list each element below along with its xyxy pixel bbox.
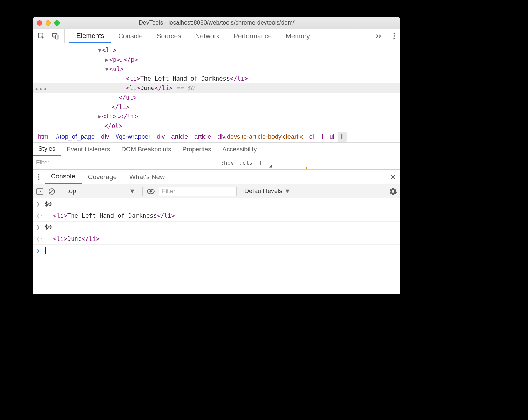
svg-point-4 — [394, 35, 395, 37]
box-model-preview — [306, 167, 396, 169]
console-sidebar-toggle-icon[interactable] — [36, 188, 44, 195]
breadcrumb-item[interactable]: #gc-wrapper — [112, 133, 154, 141]
styles-filter-input[interactable] — [33, 156, 217, 169]
breadcrumb-item[interactable]: ol — [306, 133, 317, 141]
svg-point-7 — [38, 176, 39, 178]
breadcrumb-item[interactable]: div.devsite-article-body.clearfix — [214, 133, 306, 141]
svg-rect-2 — [56, 35, 58, 39]
tree-row[interactable]: ▶<li>…</li> — [33, 112, 400, 121]
dropdown-icon: ▼ — [129, 188, 135, 195]
styles-subtabs: StylesEvent ListenersDOM BreakpointsProp… — [33, 142, 400, 156]
minimize-window-button[interactable] — [46, 20, 51, 26]
toolbar-left — [33, 29, 65, 43]
new-style-rule-button[interactable]: + — [257, 158, 264, 167]
tabs-overflow-button[interactable] — [374, 29, 388, 43]
svg-point-5 — [394, 38, 395, 39]
drawer: ConsoleCoverageWhat's New top ▼ — [33, 169, 400, 294]
tree-row[interactable]: <li>The Left Hand of Darkness</li> — [33, 74, 400, 83]
console-row: ❮⋅<li>Dune</li> — [33, 233, 400, 245]
console-toolbar: top ▼ Default levels ▼ — [33, 184, 400, 198]
drawer-tab-coverage[interactable]: Coverage — [82, 170, 123, 184]
drawer-tab-console[interactable]: Console — [45, 170, 82, 184]
main-menu-button[interactable] — [388, 29, 400, 43]
drawer-tabs-bar: ConsoleCoverageWhat's New — [33, 170, 400, 184]
tree-row[interactable]: </li> — [33, 102, 400, 112]
breadcrumb-item[interactable]: article — [168, 133, 191, 141]
breadcrumb-item[interactable]: html — [35, 133, 53, 141]
log-levels-selector[interactable]: Default levels ▼ — [241, 188, 291, 195]
svg-point-8 — [38, 178, 39, 180]
subtab-event-listeners[interactable]: Event Listeners — [61, 143, 116, 156]
tree-row[interactable]: ▼<ul> — [33, 65, 400, 74]
cls-toggle[interactable]: .cls — [239, 160, 253, 166]
devtools-window: DevTools - localhost:8080/web/tools/chro… — [33, 17, 400, 294]
main-tabs: ElementsConsoleSourcesNetworkPerformance… — [65, 29, 374, 43]
svg-point-3 — [394, 33, 395, 35]
tab-sources[interactable]: Sources — [150, 29, 188, 43]
console-settings-icon[interactable] — [389, 188, 397, 195]
tree-row[interactable]: </ul> — [33, 93, 400, 102]
window-title: DevTools - localhost:8080/web/tools/chro… — [33, 19, 400, 26]
tab-memory[interactable]: Memory — [279, 29, 317, 43]
zoom-window-button[interactable] — [54, 20, 60, 26]
dropdown-icon: ▼ — [284, 188, 291, 195]
traffic-lights — [33, 20, 60, 26]
breadcrumb-current[interactable]: li — [338, 132, 347, 142]
elements-tree[interactable]: ▼<li> ▶<p>…</p> ▼<ul> <li>The Left Hand … — [33, 43, 400, 131]
close-window-button[interactable] — [37, 20, 42, 26]
subtab-styles[interactable]: Styles — [33, 143, 61, 156]
console-row: ❯$0 — [33, 198, 400, 210]
row-actions-icon[interactable]: ••• — [35, 85, 48, 94]
log-levels-label: Default levels — [244, 188, 282, 195]
tree-row[interactable]: <li>Dune</li> == $0••• — [33, 83, 400, 93]
breadcrumb-item[interactable]: li — [317, 133, 326, 141]
breadcrumb-item[interactable]: ul — [326, 133, 338, 141]
drawer-menu-button[interactable] — [33, 170, 45, 184]
console-row: ❮⋅<li>The Left Hand of Darkness</li> — [33, 210, 400, 222]
device-toolbar-icon[interactable] — [52, 32, 59, 40]
styles-filter-bar: :hov .cls + ◢ — [33, 156, 400, 169]
tree-row[interactable]: ▶<p>…</p> — [33, 55, 400, 65]
tab-performance[interactable]: Performance — [226, 29, 279, 43]
clear-console-icon[interactable] — [48, 188, 56, 195]
tree-row[interactable]: ▼<li> — [33, 46, 400, 55]
console-filter-input[interactable] — [159, 187, 237, 196]
breadcrumb-item[interactable]: article — [191, 133, 214, 141]
tree-row[interactable]: </ol> — [33, 121, 400, 131]
subtab-dom-breakpoints[interactable]: DOM Breakpoints — [116, 143, 177, 156]
console-row: ❯$0 — [33, 222, 400, 233]
hov-toggle[interactable]: :hov — [221, 160, 234, 166]
styles-corner-icon: ◢ — [269, 163, 273, 169]
tab-console[interactable]: Console — [111, 29, 150, 43]
dom-breadcrumbs: html#top_of_pagediv#gc-wrapperdivarticle… — [33, 131, 400, 142]
main-toolbar: ElementsConsoleSourcesNetworkPerformance… — [33, 29, 400, 43]
tab-network[interactable]: Network — [188, 29, 227, 43]
execution-context-selector[interactable]: top ▼ — [65, 187, 138, 196]
console-prompt[interactable]: ❯ — [33, 245, 400, 256]
breadcrumb-item[interactable]: div — [154, 133, 168, 141]
execution-context-label: top — [67, 188, 76, 195]
drawer-close-button[interactable] — [386, 170, 400, 184]
subtab-accessibility[interactable]: Accessibility — [217, 143, 262, 156]
drawer-tab-what-s-new[interactable]: What's New — [123, 170, 171, 184]
live-expression-icon[interactable] — [147, 188, 155, 195]
inspect-element-icon[interactable] — [38, 32, 45, 40]
breadcrumb-item[interactable]: div — [98, 133, 112, 141]
svg-point-6 — [38, 174, 39, 175]
svg-point-12 — [150, 190, 152, 192]
breadcrumb-item[interactable]: #top_of_page — [53, 133, 98, 141]
titlebar: DevTools - localhost:8080/web/tools/chro… — [33, 17, 400, 29]
subtab-properties[interactable]: Properties — [177, 143, 217, 156]
tab-elements[interactable]: Elements — [69, 29, 111, 43]
console-output[interactable]: ❯$0❮⋅<li>The Left Hand of Darkness</li>❯… — [33, 198, 400, 294]
